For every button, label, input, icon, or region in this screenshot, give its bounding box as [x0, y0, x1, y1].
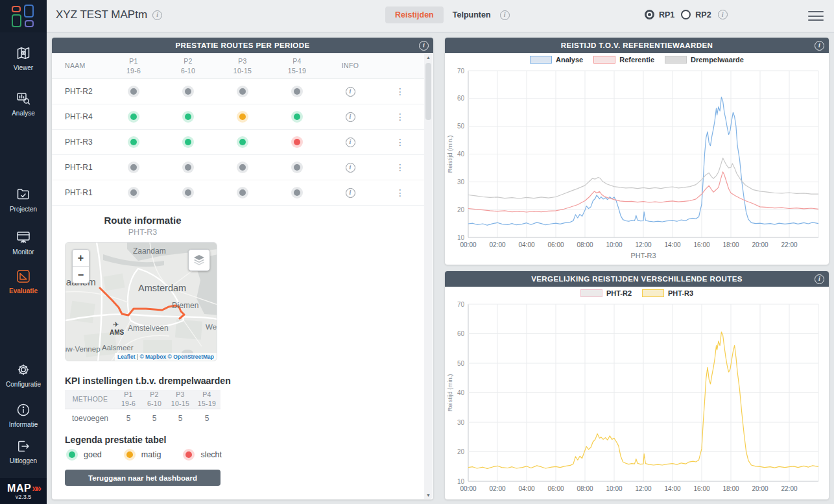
kpi-method-value[interactable]: toevoegen: [65, 414, 115, 423]
status-dot: [239, 114, 246, 120]
svg-text:08:00: 08:00: [577, 485, 593, 492]
table-row[interactable]: PHT-R2i⋮: [52, 79, 424, 104]
prestatie-panel: PRESTATIE ROUTES PER PERIODE i NAAM P119…: [52, 38, 433, 499]
svg-text:06:00: 06:00: [547, 485, 564, 492]
menu-cell: ⋮: [376, 187, 424, 198]
attribution-leaflet-link[interactable]: Leaflet: [117, 354, 135, 360]
sidebar-item-analyse[interactable]: Analyse: [0, 91, 47, 117]
col-p2: P26-10: [161, 56, 215, 75]
row-menu-icon[interactable]: ⋮: [392, 112, 409, 122]
radio-rp2[interactable]: RP2: [681, 10, 711, 19]
menu-hamburger-icon[interactable]: [808, 11, 824, 21]
sidebar-item-uitloggen[interactable]: Uitloggen: [0, 438, 47, 464]
panel-scrollbar[interactable]: ▲ ▼: [424, 54, 433, 499]
table-row[interactable]: PHT-R4i⋮: [52, 104, 424, 130]
status-dot: [185, 189, 191, 196]
svg-text:02:00: 02:00: [489, 241, 505, 248]
table-row[interactable]: PHT-R1i⋮: [52, 155, 424, 180]
sidebar-item-monitor[interactable]: Monitor: [0, 230, 47, 256]
status-dot-halo: [291, 162, 303, 173]
svg-text:30: 30: [457, 419, 465, 426]
sidebar-item-informatie[interactable]: Informatie: [0, 402, 47, 428]
legenda-items: goed matig slecht: [66, 449, 228, 461]
info-cell: i: [324, 138, 376, 147]
kpi-value-p1: 5: [115, 414, 141, 423]
menu-cell: ⋮: [376, 137, 424, 147]
status-cell: [215, 187, 270, 198]
legend-item-drempelwaarde[interactable]: Drempelwaarde: [665, 56, 744, 64]
radios-info-icon[interactable]: i: [718, 10, 728, 19]
legend-item-pht-r3[interactable]: PHT-R3: [642, 289, 693, 297]
legend-item-analyse[interactable]: Analyse: [530, 56, 583, 64]
radio-rp1-control[interactable]: [645, 10, 654, 19]
scroll-up-icon[interactable]: ▲: [424, 55, 433, 60]
sidebar-item-label: Monitor: [12, 248, 34, 256]
title-info-icon[interactable]: i: [152, 10, 162, 20]
logout-icon: [16, 438, 31, 454]
svg-text:50: 50: [457, 123, 465, 130]
sidebar-item-viewer[interactable]: Viewer: [0, 45, 47, 71]
row-info-icon[interactable]: i: [346, 163, 355, 173]
back-to-dashboard-button[interactable]: Teruggaan naar het dashboard: [65, 470, 220, 486]
reistijd-chart-info-icon[interactable]: i: [815, 41, 824, 51]
svg-text:10: 10: [457, 478, 465, 485]
status-dot-halo: [291, 86, 303, 97]
radio-rp2-control[interactable]: [681, 10, 691, 19]
row-info-icon[interactable]: i: [346, 87, 355, 97]
legenda-title: Legenda prestatie tabel: [65, 435, 166, 445]
legend-item-referentie[interactable]: Referentie: [593, 56, 654, 64]
row-info-icon[interactable]: i: [346, 112, 355, 122]
map-zoom-in-button[interactable]: +: [73, 250, 89, 267]
tabs-info-icon[interactable]: i: [500, 10, 510, 20]
svg-text:20: 20: [457, 206, 465, 213]
col-naam: NAAM: [52, 61, 106, 70]
table-row[interactable]: PHT-R3i⋮: [52, 130, 424, 155]
kpi-title: KPI instellingen t.b.v. drempelwaarden: [65, 376, 231, 386]
svg-text:40: 40: [457, 389, 465, 396]
scrollbar-thumb[interactable]: [425, 63, 431, 120]
status-cell: [161, 187, 215, 198]
tab-reistijden[interactable]: Reistijden: [385, 6, 444, 23]
radio-rp1[interactable]: RP1: [645, 10, 674, 19]
map-zoom-control: + −: [72, 249, 89, 283]
scroll-down-icon[interactable]: ▼: [424, 493, 433, 498]
map-zoom-out-button[interactable]: −: [73, 267, 89, 283]
attribution-mapbox-link[interactable]: © Mapbox: [139, 354, 166, 360]
status-dot: [130, 139, 137, 145]
attribution-osm-link[interactable]: © OpenStreetMap: [168, 354, 214, 360]
status-cell: [161, 111, 215, 123]
page-title-text: XYZ TEST MAPtm: [56, 8, 147, 21]
status-dot: [130, 164, 137, 171]
topbar: XYZ TEST MAPtm i Reistijden Telpunten i …: [47, 0, 834, 32]
status-dot: [294, 139, 300, 145]
status-cell: [106, 136, 161, 148]
legend-item-pht-r2[interactable]: PHT-R2: [580, 289, 632, 297]
row-info-icon[interactable]: i: [346, 188, 355, 198]
sidebar-item-configuratie[interactable]: Configuratie: [0, 362, 47, 388]
route-map[interactable]: ✈ Zaandam Amsterdam Haarlem Diemen Amste…: [65, 242, 217, 361]
info-cell: i: [324, 163, 376, 173]
table-row[interactable]: PHT-R1i⋮: [52, 180, 424, 206]
row-info-icon[interactable]: i: [346, 138, 355, 147]
sidebar-item-projecten[interactable]: Projecten: [0, 187, 47, 213]
sidebar-item-evaluatie[interactable]: Evaluatie: [0, 269, 47, 294]
status-cell: [270, 111, 324, 123]
sidebar-item-label: Configuratie: [6, 381, 41, 388]
row-menu-icon[interactable]: ⋮: [392, 86, 409, 97]
row-menu-icon[interactable]: ⋮: [392, 137, 409, 147]
prestatie-info-icon[interactable]: i: [419, 41, 429, 51]
status-dot: [185, 164, 191, 171]
chart-legend: AnalyseReferentieDrempelwaarde: [445, 53, 829, 66]
prestatie-panel-title: PRESTATIE ROUTES PER PERIODE: [176, 42, 310, 49]
row-menu-icon[interactable]: ⋮: [392, 162, 409, 173]
tab-telpunten[interactable]: Telpunten: [453, 10, 491, 19]
map-layers-button[interactable]: [188, 249, 210, 271]
kpi-table-row: toevoegen 5 5 5 5: [65, 411, 220, 426]
row-menu-icon[interactable]: ⋮: [392, 187, 409, 198]
sidebar-item-label: Analyse: [12, 110, 35, 117]
legend-swatch: [642, 289, 664, 297]
app-logo[interactable]: [0, 0, 47, 32]
svg-text:70: 70: [457, 67, 465, 75]
view-tabs: Reistijden Telpunten i: [385, 6, 510, 23]
vergelijking-chart-info-icon[interactable]: i: [815, 274, 824, 284]
